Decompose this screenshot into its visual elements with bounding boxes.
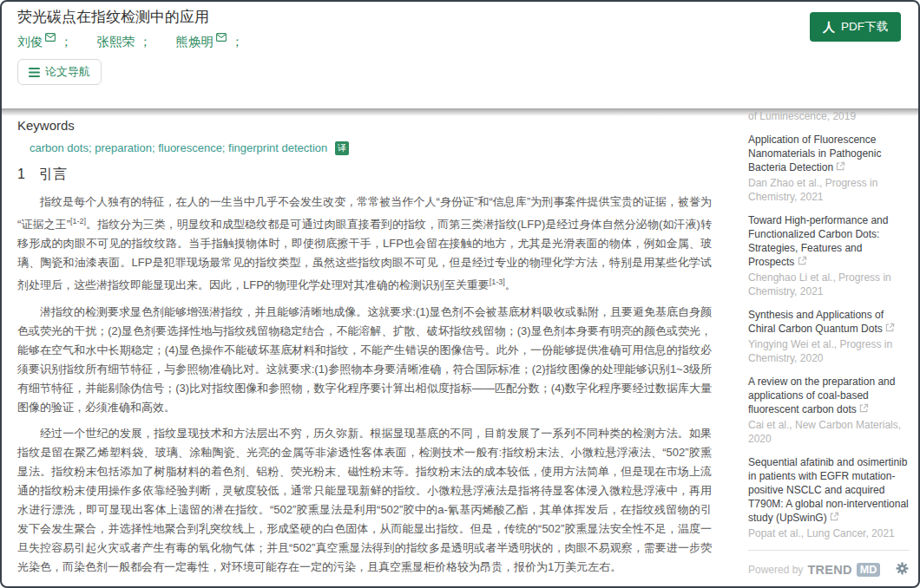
section-heading: 1 引言 (17, 166, 712, 184)
paper-nav-button[interactable]: 论文导航 (17, 59, 102, 85)
related-article-link[interactable]: A review on the preparation and applicat… (748, 375, 910, 416)
pdf-download-button[interactable]: 人 PDF下载 (810, 12, 901, 42)
article-body: Keywords carbon dots; preparation; fluor… (17, 118, 712, 588)
paper-nav-label: 论文导航 (45, 64, 90, 80)
page-title: 荧光碳点在指纹检测中的应用 (17, 7, 209, 27)
related-article-citation: Popat et al., Lung Cancer, 2021 (748, 526, 910, 540)
powered-by-label: Powered by (748, 564, 803, 576)
related-article-item: Synthesis and Applications of Chiral Car… (748, 308, 910, 365)
pdf-icon: 人 (823, 21, 835, 33)
email-icon[interactable] (45, 33, 56, 42)
related-article-link[interactable]: Application of Fluorescence Nanomaterial… (748, 133, 910, 174)
author-list: 刘俊；张熙荣；熊焕明； (17, 34, 244, 50)
keywords-line: carbon dots; preparation; fluorescence; … (17, 141, 712, 155)
article-page: 荧光碳点在指纹检测中的应用 刘俊；张熙荣；熊焕明； 人 PDF下载 论文导航 K… (0, 0, 920, 588)
intro-paragraph: 如果指纹是留在纸张、硬纸板、纤维织物、未处理的木材等渗透性的物体表面，检测技术一… (17, 584, 712, 588)
related-article-link[interactable]: Sequential afatinib and osimertinib in p… (748, 455, 910, 525)
settings-gear-icon[interactable] (895, 561, 910, 578)
related-article-citation: Chenghao Li et al., Progress in Chemistr… (748, 271, 910, 298)
related-article-item: Sequential afatinib and osimertinib in p… (748, 455, 910, 540)
related-article-link[interactable]: Toward High-performance and Functionaliz… (748, 213, 910, 269)
hamburger-icon (29, 68, 40, 77)
related-article-citation: Yingying Wei et al., Progress in Chemist… (748, 337, 910, 365)
related-article-item: of Luminescence, 2019 (748, 109, 910, 123)
related-articles-list: of Luminescence, 2019Application of Fluo… (748, 109, 910, 540)
author-link[interactable]: 刘俊； (17, 34, 73, 50)
author-link[interactable]: 张熙荣； (97, 34, 152, 50)
related-article-citation: of Luminescence, 2019 (748, 109, 910, 123)
related-article-link[interactable]: Synthesis and Applications of Chiral Car… (748, 308, 910, 336)
external-link-icon (885, 323, 895, 332)
external-link-icon (859, 403, 869, 413)
email-icon[interactable] (216, 33, 227, 42)
trendmd-badge: MD (857, 563, 880, 577)
related-article-item: Toward High-performance and Functionaliz… (748, 213, 910, 298)
related-article-item: A review on the preparation and applicat… (748, 375, 910, 446)
related-article-item: Application of Fluorescence Nanomaterial… (748, 133, 910, 204)
keywords-links[interactable]: carbon dots; preparation; fluorescence; … (30, 141, 327, 154)
trendmd-footer: Powered by TREND MD (748, 561, 910, 578)
trendmd-brand: TREND (807, 563, 851, 577)
external-link-icon (798, 256, 807, 265)
author-link[interactable]: 熊焕明； (176, 34, 244, 50)
related-article-citation: Dan Zhao et al., Progress in Chemistry, … (748, 176, 910, 204)
intro-paragraph: 经过一个世纪的发展，指纹显现技术和方法层出不穷，历久弥新。根据显现基底的不同，目… (17, 424, 712, 577)
keywords-heading: Keywords (17, 118, 712, 133)
related-article-citation: Cai et al., New Carbon Materials, 2020 (748, 418, 910, 446)
external-link-icon (836, 161, 845, 171)
pdf-download-label: PDF下载 (841, 19, 888, 35)
intro-paragraph: 指纹是每个人独有的特征，在人的一生当中几乎不会发生改变，常常被当作个人“身份证”… (17, 193, 712, 296)
intro-paragraph: 潜指纹的检测要求显色剂能够增强潜指纹，并且能够清晰地成像。这就要求:(1)显色剂… (17, 303, 712, 417)
sidebar-divider (748, 550, 910, 551)
translate-badge[interactable]: 译 (335, 141, 349, 155)
introduction-paragraphs: 指纹是每个人独有的特征，在人的一生当中几乎不会发生改变，常常被当作个人“身份证”… (17, 193, 712, 588)
related-articles-sidebar: of Luminescence, 2019Application of Fluo… (748, 109, 910, 578)
external-link-icon (830, 512, 839, 521)
